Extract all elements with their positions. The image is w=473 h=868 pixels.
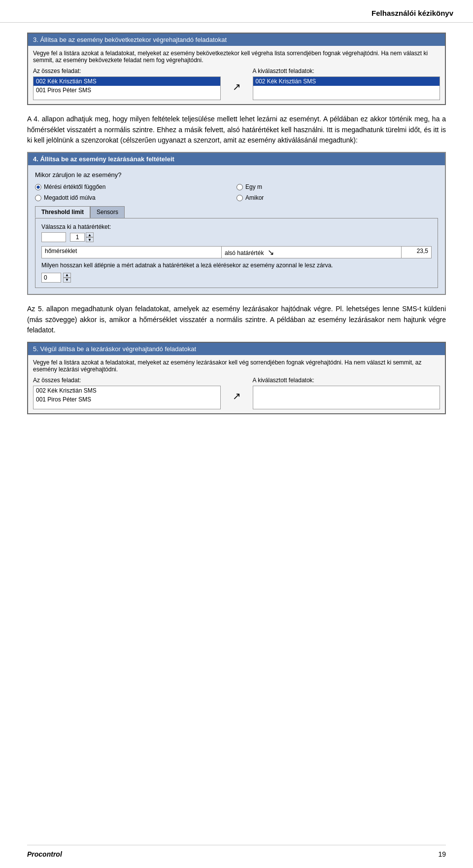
paragraph1: A 4. allapon adhatjuk meg, hogy milyen f… [27,114,446,146]
dialog4: 4. Állítsa be az esemény lezárásának fel… [27,152,446,295]
box1-left-listbox[interactable]: 002 Kék Krisztián SMS 001 Piros Péter SM… [33,76,221,100]
select-label: Válassza ki a határértéket: [41,223,432,230]
radio-label-1: Mérési értéktől függően [44,183,105,190]
page-header: Felhasználói kézikönyv [0,0,473,23]
radio-button-2[interactable] [236,184,243,190]
footer-page-number: 19 [438,850,446,858]
tab-content-threshold: Válassza ki a határértéket: 1 ▲ ▼ [35,218,438,288]
radio-option-4[interactable]: Amikor [236,194,438,201]
header-title: Felhasználói kézikönyv [372,9,453,17]
duration-label: Milyen hosszan kell átlépnie a mért adat… [41,261,432,270]
data-cell-1: hőmérséklet [42,247,222,258]
arrow-cursor2: ↗ [231,377,243,409]
radio-button-4[interactable] [236,195,243,201]
box5-right-label: A kiválasztott feladatok: [253,377,440,384]
tab-threshold-limit[interactable]: Threshold limit [35,206,90,218]
box5-header: 5. Végül állítsa be a lezáráskor végreha… [28,343,445,355]
num-spinner: 1 ▲ ▼ [70,232,94,242]
radio-button-3[interactable] [35,195,41,201]
box5-right-listbox[interactable] [253,386,440,409]
data-cell-3: 23,5 [402,247,431,258]
box1-right-col: A kiválasztott feladatok: 002 Kék Kriszt… [253,68,440,100]
page-footer: Procontrol 19 [27,845,446,858]
spinner-buttons[interactable]: ▲ ▼ [86,232,94,242]
radio-label-3: Megadott idő múlva [44,194,96,201]
question-label: Mikor záruljon le az esemény? [35,171,438,179]
box5-right-col: A kiválasztott feladatok: [253,377,440,409]
paragraph2: Az 5. allapon megadhatunk olyan feladato… [27,304,446,336]
dialog4-body: Mikor záruljon le az esemény? Mérési ért… [28,165,445,294]
spinner-up[interactable]: ▲ [86,232,94,237]
box1-left-col: Az összes feladat: 002 Kék Krisztián SMS… [33,68,221,100]
box1-left-label: Az összes feladat: [33,68,221,74]
radio-label-2: Egy m [245,183,262,190]
tab-sensors[interactable]: Sensors [90,206,125,218]
duration-spinner-down[interactable]: ▼ [63,278,71,283]
list-item[interactable]: 002 Kék Krisztián SMS [253,77,440,86]
box1-right-listbox[interactable]: 002 Kék Krisztián SMS [253,76,440,100]
empty-val-input[interactable] [41,232,66,242]
arrow-cursor: ↗ [231,68,243,100]
duration-spinner-btns[interactable]: ▲ ▼ [63,273,71,283]
list-item[interactable]: 002 Kék Krisztián SMS [34,77,220,86]
tabs-container: Threshold limit Sensors [35,206,438,218]
duration-spinner: 0 ▲ ▼ [41,273,432,283]
radio-option-2[interactable]: Egy m [236,183,438,190]
box1: 3. Állítsa be az esemény bekövetkeztekor… [27,33,446,105]
radio-option-1[interactable]: Mérési értéktől függően [35,183,236,190]
duration-value[interactable]: 0 [41,273,61,283]
box5-left-col: Az összes feladat: 002 Kék Krisztián SMS… [33,377,221,409]
radio-row1: Mérési értéktől függően Egy m [35,183,438,190]
box5-left-listbox[interactable]: 002 Kék Krisztián SMS 001 Piros Péter SM… [33,386,221,409]
box5-left-label: Az összes feladat: [33,377,221,384]
box1-description: Vegye fel a listára azokat a feladatokat… [33,50,440,64]
radio-option-3[interactable]: Megadott idő múlva [35,194,236,201]
list-item[interactable]: 002 Kék Krisztián SMS [34,386,220,395]
radio-label-4: Amikor [245,194,264,201]
footer-brand: Procontrol [27,850,62,858]
dialog4-title: 4. Állítsa be az esemény lezárásának fel… [28,153,445,165]
list-item[interactable]: 001 Piros Péter SMS [34,86,220,95]
box5-description: Vegye fel a listára azokat a feladatokat… [33,359,440,373]
data-cell-2: alsó határérték ↘ [222,247,402,258]
box1-header: 3. Állítsa be az esemény bekövetkeztekor… [28,34,445,46]
radio-row2: Megadott idő múlva Amikor [35,194,438,201]
box5: 5. Végül állítsa be a lezáráskor végreha… [27,342,446,414]
radio-button-1[interactable] [35,184,41,190]
duration-spinner-up[interactable]: ▲ [63,273,71,278]
data-row: hőmérséklet alsó határérték ↘ 23,5 [41,246,432,258]
box1-right-label: A kiválasztott feladatok: [253,68,440,74]
spinner-down[interactable]: ▼ [86,237,94,242]
list-item[interactable]: 001 Piros Péter SMS [34,395,220,404]
num-display: 1 [70,233,85,242]
